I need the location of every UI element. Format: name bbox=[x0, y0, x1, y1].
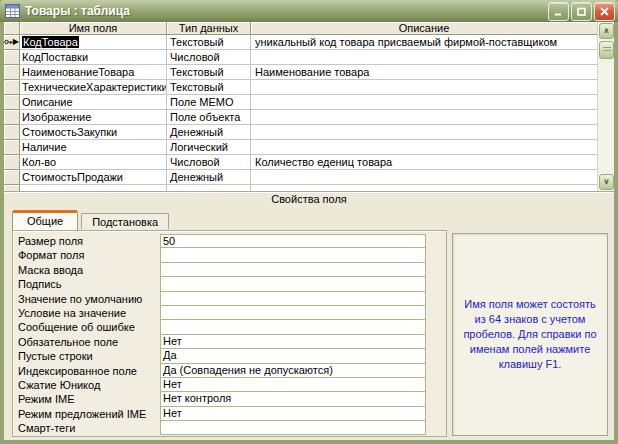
description-cell[interactable]: уникальный код товара присваемый фирмой-… bbox=[251, 35, 597, 50]
tab-lookup[interactable]: Подстановка bbox=[81, 213, 169, 229]
property-value-field[interactable]: Нет bbox=[160, 377, 426, 392]
property-value-field[interactable] bbox=[160, 305, 426, 320]
property-row: Подпись bbox=[18, 277, 446, 291]
field-name-cell[interactable]: КодПоставки bbox=[20, 50, 167, 65]
property-value-field[interactable]: Да (Совпадения не допускаются) bbox=[160, 363, 426, 378]
property-label: Условие на значение bbox=[18, 306, 160, 320]
description-cell[interactable] bbox=[251, 50, 597, 65]
row-selector[interactable] bbox=[4, 80, 20, 95]
data-type-cell[interactable]: Текстовый bbox=[167, 35, 251, 50]
row-selector[interactable] bbox=[4, 125, 20, 140]
property-row: Режим предложений IMEНет bbox=[18, 407, 446, 421]
property-tabs: ОбщиеПодстановка bbox=[12, 210, 169, 229]
description-cell[interactable] bbox=[251, 80, 597, 95]
property-value-field[interactable]: 50 bbox=[160, 234, 426, 248]
client-area: Имя поля Тип данных Описание ▶КодТовараТ… bbox=[4, 22, 614, 440]
property-row: Сообщение об ошибке bbox=[18, 320, 446, 334]
field-name-cell[interactable]: СтоимостьЗакупки bbox=[20, 125, 167, 140]
property-value-field[interactable] bbox=[160, 291, 426, 306]
data-type-cell[interactable]: Числовой bbox=[167, 155, 251, 170]
row-selector[interactable] bbox=[4, 170, 20, 185]
property-label: Размер поля bbox=[18, 234, 160, 248]
data-type-cell[interactable]: Текстовый bbox=[167, 65, 251, 80]
data-type-cell[interactable]: Текстовый bbox=[167, 80, 251, 95]
property-label: Значение по умолчанию bbox=[18, 292, 160, 306]
field-name-cell[interactable]: КодТовара bbox=[20, 35, 167, 50]
description-cell[interactable]: Количество едениц товара bbox=[251, 155, 597, 170]
field-name-cell[interactable]: Описание bbox=[20, 95, 167, 110]
field-name-cell[interactable]: НаименованиеТовара bbox=[20, 65, 167, 80]
data-type-cell[interactable]: Поле объекта bbox=[167, 110, 251, 125]
row-selector[interactable] bbox=[4, 185, 20, 191]
property-value-field[interactable]: Нет контроля bbox=[160, 391, 426, 406]
data-type-cell[interactable] bbox=[167, 185, 251, 191]
description-cell[interactable] bbox=[251, 125, 597, 140]
help-text: Имя поля может состоять из 64 знаков с у… bbox=[453, 297, 607, 372]
scroll-up-button[interactable]: ∧ bbox=[599, 23, 614, 39]
property-value-field[interactable] bbox=[160, 276, 426, 291]
row-selector[interactable]: ▶ bbox=[4, 35, 20, 50]
grid-header-field-name: Имя поля bbox=[20, 22, 167, 35]
table-row: НаличиеЛогический bbox=[4, 140, 597, 155]
field-name-cell[interactable]: Кол-во bbox=[20, 155, 167, 170]
data-type-cell[interactable]: Денежный bbox=[167, 125, 251, 140]
property-list: Размер поля50Формат поляМаска вводаПодпи… bbox=[18, 234, 446, 435]
chevron-up-icon: ∧ bbox=[604, 27, 610, 35]
property-label: Режим IME bbox=[18, 392, 160, 406]
close-button[interactable] bbox=[594, 2, 615, 21]
row-selector[interactable] bbox=[4, 95, 20, 110]
description-cell[interactable] bbox=[251, 140, 597, 155]
minimize-button[interactable] bbox=[548, 2, 569, 21]
description-cell[interactable] bbox=[251, 185, 597, 191]
property-label: Сжатие Юникод bbox=[18, 378, 160, 392]
general-tab-page: Размер поля50Формат поляМаска вводаПодпи… bbox=[12, 230, 447, 437]
row-selector[interactable] bbox=[4, 65, 20, 80]
table-row bbox=[4, 185, 597, 191]
field-name-cell[interactable]: СтоимостьПродажи bbox=[20, 170, 167, 185]
property-label: Индексированное поле bbox=[18, 364, 160, 378]
data-type-cell[interactable]: Денежный bbox=[167, 170, 251, 185]
scrollbar-thumb[interactable] bbox=[599, 41, 614, 59]
maximize-icon bbox=[577, 7, 586, 16]
row-selector[interactable] bbox=[4, 155, 20, 170]
property-value-field[interactable] bbox=[160, 420, 426, 435]
scroll-down-button[interactable]: ∨ bbox=[599, 174, 614, 190]
property-value-field[interactable] bbox=[160, 247, 426, 262]
property-row: Обязательное полеНет bbox=[18, 335, 446, 349]
property-label: Формат поля bbox=[18, 248, 160, 262]
row-selector[interactable] bbox=[4, 50, 20, 65]
maximize-button[interactable] bbox=[571, 2, 592, 21]
key-icon bbox=[4, 37, 13, 47]
property-value-field[interactable]: Нет bbox=[160, 406, 426, 421]
grid-rows: ▶КодТовараТекстовыйуникальный код товара… bbox=[4, 35, 597, 191]
row-selector[interactable] bbox=[4, 110, 20, 125]
description-cell[interactable]: Наименование товара bbox=[251, 65, 597, 80]
field-name-cell[interactable]: Изображение bbox=[20, 110, 167, 125]
grid-header-row: Имя поля Тип данных Описание bbox=[4, 22, 597, 35]
vertical-scrollbar[interactable]: ∧ ∨ bbox=[597, 22, 614, 191]
table-row: КодПоставкиЧисловой bbox=[4, 50, 597, 65]
property-value-field[interactable]: Да bbox=[160, 348, 426, 363]
property-value-field[interactable] bbox=[160, 319, 426, 334]
table-row: ИзображениеПоле объекта bbox=[4, 110, 597, 125]
property-row: Маска ввода bbox=[18, 263, 446, 277]
data-type-cell[interactable]: Логический bbox=[167, 140, 251, 155]
field-name-cell[interactable]: ТехническиеХарактеристики bbox=[20, 80, 167, 95]
property-row: Условие на значение bbox=[18, 306, 446, 320]
data-type-cell[interactable]: Поле MEMO bbox=[167, 95, 251, 110]
thumb-grip-icon bbox=[603, 47, 611, 53]
titlebar[interactable]: Товары : таблица bbox=[0, 0, 618, 22]
property-value-field[interactable]: Нет bbox=[160, 334, 426, 349]
description-cell[interactable] bbox=[251, 95, 597, 110]
field-name-cell[interactable] bbox=[20, 185, 167, 191]
tab-general[interactable]: Общие bbox=[12, 210, 78, 230]
description-cell[interactable] bbox=[251, 110, 597, 125]
row-selector[interactable] bbox=[4, 140, 20, 155]
property-value-field[interactable] bbox=[160, 262, 426, 277]
grid-header-description: Описание bbox=[251, 22, 597, 35]
field-name-cell[interactable]: Наличие bbox=[20, 140, 167, 155]
data-type-cell[interactable]: Числовой bbox=[167, 50, 251, 65]
property-label: Режим предложений IME bbox=[18, 407, 160, 421]
property-label: Пустые строки bbox=[18, 349, 160, 363]
description-cell[interactable] bbox=[251, 170, 597, 185]
